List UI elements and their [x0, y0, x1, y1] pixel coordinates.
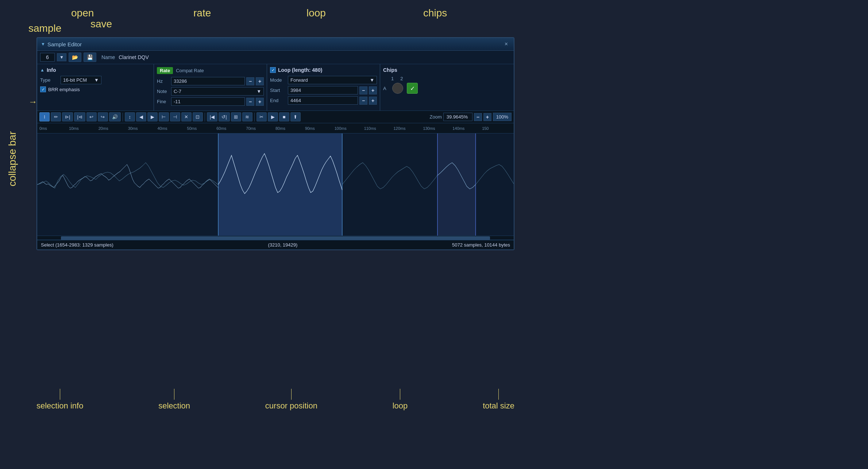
tool-nudge-v[interactable]: ↕ [125, 112, 135, 121]
type-row: Type 16-bit PCM ▼ [40, 76, 151, 84]
start-minus[interactable]: − [359, 86, 367, 94]
hz-plus[interactable]: + [256, 77, 264, 85]
collapse-bar-annotation: collapse bar [7, 131, 18, 186]
tool-sep-1 [123, 113, 123, 121]
hz-input[interactable]: 33286 [171, 77, 245, 85]
type-dropdown[interactable]: 16-bit PCM ▼ [61, 76, 101, 84]
tool-trim[interactable]: ⊡ [193, 112, 203, 121]
ruler-100ms: 100ms [335, 126, 364, 131]
rate-panel: Rate Compat Rate Hz 33286 − + Note C-7 ▼… [154, 64, 267, 111]
scrollbar-thumb[interactable] [61, 236, 490, 240]
end-input[interactable]: 4464 [288, 96, 358, 105]
tool-draw[interactable]: ✏ [51, 112, 61, 121]
hz-minus[interactable]: − [246, 77, 254, 85]
start-plus[interactable]: + [369, 86, 377, 94]
ruler-150ms: 150 [482, 126, 512, 131]
zoom-section: Zoom 39.9645% − + 100% [430, 113, 512, 121]
svg-rect-1 [218, 133, 342, 236]
note-dropdown[interactable]: C-7 ▼ [171, 87, 264, 96]
chips-row-a: A ✓ [383, 83, 511, 94]
editor-window: ▼ Sample Editor × 6 ▼ 📂 💾 Name Clarinet … [36, 37, 514, 250]
tool-redo[interactable]: ↪ [98, 112, 108, 121]
loop-panel: ✓ Loop (length: 480) Mode Forward ▼ Star… [267, 64, 380, 111]
chips-title: Chips [383, 67, 511, 73]
ruler-90ms: 90ms [305, 126, 335, 131]
chip-a1[interactable] [392, 83, 403, 94]
open-annotation: open [71, 7, 94, 19]
timeline-ruler: 0ms 10ms 20ms 30ms 40ms 50ms 60ms 70ms 8… [37, 123, 514, 133]
tool-select[interactable]: I [39, 112, 50, 121]
selection-info-annotation: selection info [36, 401, 83, 411]
chips-annotation: chips [423, 7, 447, 19]
rate-badge: Rate [157, 67, 173, 74]
tool-cut[interactable]: ✂ [256, 112, 267, 121]
loop-annotation: loop [306, 7, 326, 19]
ruler-30ms: 30ms [128, 126, 158, 131]
toolbar-row: 6 ▼ 📂 💾 Name Clarinet DQV [37, 51, 514, 64]
tool-prev[interactable]: ◀ [136, 112, 146, 121]
chip-row-a-label: A [383, 86, 389, 91]
number-dropdown[interactable]: ▼ [57, 53, 66, 61]
tool-play[interactable]: ▶ [147, 112, 158, 121]
info-panel-header: ▲ Info [40, 67, 151, 73]
zoom-value: 39.9645% [443, 113, 472, 121]
tool-stretch-r[interactable]: ⊣ [170, 112, 180, 121]
zoom-plus[interactable]: + [483, 113, 491, 121]
open-button[interactable]: 📂 [69, 53, 81, 62]
ruler-110ms: 110ms [364, 126, 394, 131]
tool-delete[interactable]: ✕ [181, 112, 192, 121]
tool-goto-start[interactable]: |◀ [207, 112, 217, 121]
tool-play2[interactable]: ▶ [268, 112, 278, 121]
close-button[interactable]: × [502, 40, 510, 48]
ruler-120ms: 120ms [394, 126, 423, 131]
tool-volume[interactable]: 🔊 [109, 112, 121, 121]
rate-subtitle: Compat Rate [176, 68, 204, 73]
ruler-40ms: 40ms [158, 126, 187, 131]
ruler-20ms: 20ms [99, 126, 128, 131]
brr-checkbox[interactable]: ✓ [40, 86, 46, 92]
cursor-position-annotation: cursor position [265, 401, 317, 411]
tool-normalize[interactable]: ≋ [242, 112, 252, 121]
chip-a2[interactable]: ✓ [407, 83, 418, 94]
selection-annotation: selection [158, 401, 190, 411]
zoom-minus[interactable]: − [474, 113, 482, 121]
fine-input[interactable]: -11 [171, 97, 245, 106]
start-input[interactable]: 3984 [288, 86, 358, 94]
tool-stretch-l[interactable]: ⊢ [159, 112, 169, 121]
window-title: Sample Editor [47, 41, 82, 47]
name-label: Name [101, 54, 115, 60]
tool-undo[interactable]: ↩ [86, 112, 97, 121]
end-row: End 4464 − + [270, 96, 377, 105]
start-label: Start [270, 88, 286, 93]
bottom-annotations: selection info selection cursor position… [36, 389, 514, 411]
tool-expand[interactable]: ⊞ [231, 112, 241, 121]
type-label: Type [40, 77, 58, 83]
cursor-position-status: (3210, 19429) [268, 242, 297, 248]
ruler-0ms: 0ms [39, 126, 69, 131]
scrollbar[interactable] [37, 236, 514, 240]
save-button[interactable]: 💾 [84, 53, 96, 62]
note-label: Note [157, 89, 170, 94]
fine-minus[interactable]: − [246, 98, 254, 106]
tool-goto-loop[interactable]: ↺| [219, 112, 229, 121]
end-label: End [270, 98, 286, 103]
end-minus[interactable]: − [359, 97, 367, 105]
loop-title: Loop (length: 480) [278, 67, 322, 73]
ruler-140ms: 140ms [452, 126, 482, 131]
loop-checkbox[interactable]: ✓ [270, 67, 276, 73]
mode-dropdown[interactable]: Forward ▼ [288, 76, 377, 84]
ruler-10ms: 10ms [69, 126, 99, 131]
tool-loop-start[interactable]: ⊳| [62, 112, 73, 121]
tool-loop-end[interactable]: |⊲ [74, 112, 85, 121]
tool-export[interactable]: ⬆ [290, 112, 301, 121]
title-bar: ▼ Sample Editor × [37, 38, 514, 51]
end-plus[interactable]: + [369, 97, 377, 105]
info-collapse-arrow[interactable]: ▲ [40, 67, 45, 73]
fine-label: Fine [157, 99, 170, 104]
fine-plus[interactable]: + [256, 98, 264, 106]
waveform-container[interactable] [37, 133, 514, 236]
zoom-reset[interactable]: 100% [493, 113, 512, 121]
tool-stop[interactable]: ■ [279, 112, 289, 121]
mode-row: Mode Forward ▼ [270, 76, 377, 84]
tool-sep-3 [254, 113, 255, 121]
